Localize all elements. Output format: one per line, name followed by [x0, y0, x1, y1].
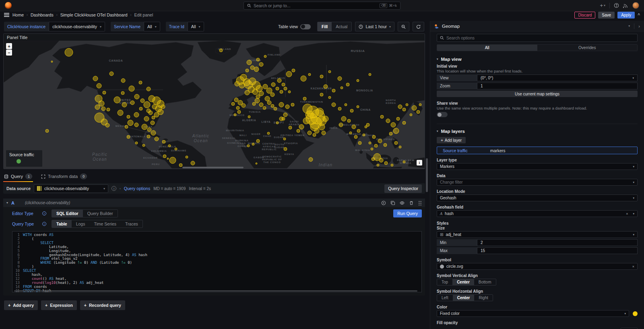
help-icon[interactable]	[614, 3, 619, 8]
variable-label: ClickHouse instance	[4, 22, 49, 31]
symbol-select[interactable]: circle.svg ×	[437, 263, 638, 270]
svg-text:EGYPT: EGYPT	[274, 121, 284, 124]
add-layer-button[interactable]: +Add layer	[437, 137, 466, 143]
max-input[interactable]: 15	[477, 247, 638, 254]
map-zoom-out-button[interactable]: −	[6, 50, 12, 56]
size-select[interactable]: ⊞ adj_heat▾	[437, 231, 638, 238]
query-row-header[interactable]: ▾ A (clickhouse-observability)	[3, 199, 425, 207]
hide-query-icon[interactable]	[400, 201, 405, 205]
location-mode-select[interactable]: Geohash▾	[437, 195, 638, 201]
close-options-pane-icon[interactable]: ›	[638, 24, 640, 29]
menu-icon[interactable]	[4, 13, 9, 17]
time-range-picker[interactable]: Last 1 hour ▾	[355, 22, 394, 31]
world-map[interactable]: RUSSIACANADAUNITEDSTATESMEXICOCUBAGUATEM…	[4, 41, 425, 169]
chevron-down-icon[interactable]: ▾	[6, 201, 8, 205]
clear-icon[interactable]: ×	[632, 265, 634, 269]
fill-option[interactable]: Fill	[318, 22, 332, 31]
min-input[interactable]: 2	[477, 239, 638, 246]
variable-value-dropdown[interactable]: clickhouse-observability▾	[49, 22, 105, 31]
geohash-field-select[interactable]: A hash ×▾	[437, 210, 638, 217]
run-query-button[interactable]: Run Query	[393, 209, 422, 217]
query-inspector-button[interactable]: Query Inspector	[384, 184, 422, 193]
drag-handle-icon[interactable]	[418, 201, 422, 205]
tab-all[interactable]: All	[437, 45, 537, 51]
align-left-option[interactable]: Left	[437, 295, 453, 301]
chevron-right-icon[interactable]: ›	[120, 187, 121, 190]
chevron-down-icon: ▾	[389, 25, 391, 29]
data-select[interactable]: Change filter▾	[437, 179, 638, 186]
breadcrumb-dashboard-name[interactable]: Simple ClickHouse OTel Dashboard	[60, 12, 128, 17]
actual-option[interactable]: Actual	[332, 22, 351, 31]
align-center-option[interactable]: Center	[453, 295, 475, 301]
svg-text:PERU: PERU	[152, 163, 160, 166]
query-type-time-series[interactable]: Time Series	[89, 220, 121, 228]
sql-editor-option[interactable]: SQL Editor	[52, 210, 83, 217]
add-query-button[interactable]: +Add query	[4, 300, 38, 310]
color-select[interactable]: Fixed color▾	[437, 310, 629, 317]
sql-editor[interactable]: 123456789101112131415 WITH coords AS ( S…	[12, 231, 422, 292]
chevron-down-icon[interactable]: ▾	[628, 24, 630, 28]
breadcrumb-dashboards[interactable]: Dashboards	[31, 12, 54, 17]
expression-button[interactable]: +Expression	[41, 300, 77, 310]
map-zoom-in-button[interactable]: +	[6, 43, 12, 49]
collapse-header-icon[interactable]: ^	[638, 13, 640, 17]
save-button[interactable]: Save	[598, 12, 615, 19]
options-search-input[interactable]: Search options	[437, 34, 638, 42]
refresh-button[interactable]	[413, 22, 424, 31]
clear-icon[interactable]: ×	[626, 212, 628, 216]
tab-overrides[interactable]: Overrides	[537, 45, 638, 51]
fixed-color-swatch[interactable]	[633, 311, 638, 316]
map-view-section-header[interactable]: ▾Map view	[437, 57, 638, 62]
use-current-map-settings-button[interactable]: Use current map settings	[437, 91, 638, 97]
breadcrumb-home[interactable]: Home	[12, 12, 24, 17]
user-avatar[interactable]	[632, 2, 639, 9]
map-attribution-info-button[interactable]: i	[417, 160, 422, 166]
query-ref-id: A	[11, 201, 14, 205]
query-options-link[interactable]: Query options	[124, 186, 150, 191]
news-icon[interactable]	[623, 3, 628, 8]
datasource-picker[interactable]: clickhouse-observability ▾	[34, 184, 108, 193]
sql-horizontal-scrollbar[interactable]	[14, 290, 417, 292]
variable-value-dropdown[interactable]: All▾	[144, 22, 160, 31]
search-input[interactable]: Search or jump to... ⌫⌘+k	[244, 2, 400, 10]
tab-query[interactable]: Query 1	[4, 172, 32, 181]
align-center-option[interactable]: Center	[452, 279, 474, 285]
panel-title[interactable]: Panel Title	[4, 34, 425, 41]
zoom-input[interactable]: 1	[477, 83, 638, 89]
apply-button[interactable]: Apply	[617, 12, 635, 19]
delete-query-icon[interactable]	[409, 201, 414, 205]
recorded-query-button[interactable]: +Recorded query	[80, 300, 125, 310]
layer-item-source-traffic[interactable]: Source traffic markers	[437, 147, 638, 154]
add-new-button[interactable]: +▾	[600, 3, 605, 8]
query-builder-option[interactable]: Query Builder	[83, 210, 118, 217]
align-bottom-option[interactable]: Bottom	[474, 279, 496, 285]
breadcrumb-edit-panel: Edit panel	[134, 12, 153, 17]
discard-button[interactable]: Discard	[574, 12, 595, 19]
tab-transform-data[interactable]: Transform data 0	[41, 172, 87, 181]
query-type-logs[interactable]: Logs	[72, 220, 90, 228]
grafana-logo-icon[interactable]	[5, 2, 12, 9]
map-canvas[interactable]: RUSSIACANADAUNITEDSTATESMEXICOCUBAGUATEM…	[4, 41, 425, 169]
layer-type-select[interactable]: Markers▾	[437, 163, 638, 170]
duplicate-query-icon[interactable]	[390, 201, 395, 205]
map-layers-section-header[interactable]: ▾Map layers	[437, 129, 638, 134]
styles-label: Styles	[437, 221, 638, 226]
align-top-option[interactable]: Top	[437, 279, 452, 285]
table-view-toggle[interactable]: Table view	[275, 22, 314, 31]
datasource-help-icon[interactable]: i	[111, 186, 116, 191]
query-type-traces[interactable]: Traces	[121, 220, 142, 228]
main-vertical-scrollbar[interactable]	[426, 158, 428, 192]
align-right-option[interactable]: Right	[474, 295, 492, 301]
share-view-toggle[interactable]	[437, 112, 448, 117]
query-type-table[interactable]: Table	[52, 220, 72, 228]
breadcrumb-separator: ›	[130, 13, 132, 17]
variable-value-dropdown[interactable]: All▾	[188, 22, 204, 31]
query-help-icon[interactable]	[381, 201, 386, 205]
svg-text:SENEGAL: SENEGAL	[222, 137, 236, 139]
layer-type-label: Layer type	[437, 158, 638, 162]
map-horizontal-scrollbar[interactable]	[182, 167, 244, 168]
sql-code[interactable]: WITH coords AS ( SELECT Latitude, Longit…	[23, 233, 147, 292]
view-select[interactable]: (0°, 0°)▾	[477, 74, 638, 81]
zoom-out-time-button[interactable]	[398, 22, 409, 31]
share-view-description: Use the same view across multiple panels…	[437, 106, 631, 110]
